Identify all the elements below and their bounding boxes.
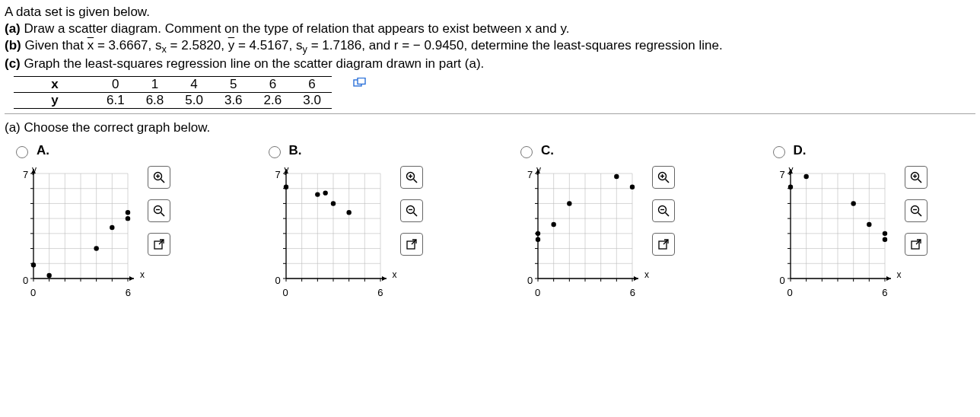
y-tick-min: 0 bbox=[275, 275, 281, 286]
svg-point-37 bbox=[126, 210, 130, 215]
svg-point-35 bbox=[110, 225, 114, 230]
option-B-label: B. bbox=[289, 143, 302, 158]
svg-line-39 bbox=[161, 180, 165, 183]
svg-point-167 bbox=[882, 237, 886, 242]
part-a-label: (a) bbox=[5, 21, 21, 36]
popout-icon[interactable] bbox=[652, 233, 675, 256]
y-axis-label: y bbox=[32, 164, 37, 175]
scatter-plot-A: y x 7 0 0 6 bbox=[12, 166, 142, 295]
row-x-label: x bbox=[14, 77, 96, 93]
copy-cell bbox=[332, 77, 377, 93]
y-tick-min: 0 bbox=[23, 275, 28, 286]
svg-point-80 bbox=[283, 185, 288, 189]
ybar-symbol: y bbox=[228, 38, 235, 53]
x-tick-max: 6 bbox=[126, 287, 131, 298]
svg-point-76 bbox=[315, 193, 320, 197]
scatter-plot-D: y x 7 0 0 6 bbox=[769, 166, 899, 295]
radio-B[interactable] bbox=[269, 146, 281, 158]
copy-icon[interactable] bbox=[353, 78, 367, 93]
option-C-label: C. bbox=[541, 143, 554, 158]
x-tick-max: 6 bbox=[882, 287, 887, 298]
svg-point-124 bbox=[630, 185, 635, 189]
svg-line-43 bbox=[161, 213, 165, 217]
part-a-text: (a) Draw a scatter diagram. Comment on t… bbox=[5, 21, 975, 37]
cell: 0 bbox=[96, 77, 135, 93]
zoom-in-icon[interactable] bbox=[148, 166, 170, 189]
table-row: y 6.1 6.8 5.0 3.6 2.6 3.0 bbox=[14, 93, 377, 109]
sy-val: = 1.7186, and r = − 0.9450, determine th… bbox=[307, 38, 723, 53]
zoom-out-icon[interactable] bbox=[400, 199, 423, 222]
svg-point-33 bbox=[46, 273, 51, 278]
cell: 6 bbox=[253, 77, 293, 93]
row-y-label: y bbox=[14, 93, 96, 109]
y-tick-max: 7 bbox=[275, 169, 281, 180]
radio-C[interactable] bbox=[520, 146, 533, 158]
zoom-in-icon[interactable] bbox=[652, 166, 675, 189]
svg-point-120 bbox=[536, 237, 540, 242]
svg-line-82 bbox=[413, 180, 417, 183]
x-axis-label: x bbox=[393, 269, 397, 280]
part-a-desc: Draw a scatter diagram. Comment on the t… bbox=[24, 21, 570, 36]
zoom-out-icon[interactable] bbox=[905, 199, 928, 222]
part-c-desc: Graph the least-squares regression line … bbox=[24, 56, 485, 71]
part-b-text: (b) Given that x = 3.6667, sx = 2.5820, … bbox=[5, 38, 975, 55]
part-c-label: (c) bbox=[5, 56, 21, 71]
zoom-in-icon[interactable] bbox=[905, 166, 928, 189]
question-a: (a) Choose the correct graph below. bbox=[5, 120, 975, 135]
divider bbox=[5, 113, 975, 114]
cell: 3.6 bbox=[214, 93, 253, 109]
svg-point-165 bbox=[851, 202, 855, 206]
option-C: C. y x 7 0 0 6 bbox=[517, 143, 724, 295]
popout-icon[interactable] bbox=[148, 233, 170, 256]
svg-point-168 bbox=[882, 231, 886, 236]
svg-point-79 bbox=[346, 210, 351, 215]
option-A: A. y x 7 0 0 6 bbox=[12, 143, 219, 295]
zoom-out-icon[interactable] bbox=[148, 199, 170, 222]
part-b-prefix: Given that bbox=[24, 38, 87, 53]
option-A-label: A. bbox=[37, 143, 49, 158]
x-axis-label: x bbox=[644, 269, 649, 280]
cell: 6.1 bbox=[96, 93, 135, 109]
svg-rect-1 bbox=[358, 78, 365, 84]
svg-point-121 bbox=[551, 222, 555, 227]
xbar-symbol: x bbox=[88, 38, 94, 53]
part-b-label: (b) bbox=[5, 38, 21, 53]
y-axis-label: y bbox=[285, 164, 289, 175]
xbar-val: = 3.6667, s bbox=[94, 38, 161, 53]
svg-line-86 bbox=[413, 213, 417, 217]
svg-point-34 bbox=[94, 247, 98, 251]
y-tick-max: 7 bbox=[23, 169, 28, 180]
y-axis-label: y bbox=[789, 164, 794, 175]
svg-point-36 bbox=[126, 216, 130, 221]
cell: 2.6 bbox=[253, 93, 293, 109]
sx-val: = 2.5820, bbox=[167, 38, 228, 53]
svg-point-77 bbox=[323, 191, 327, 196]
zoom-out-icon[interactable] bbox=[652, 199, 675, 222]
zoom-in-icon[interactable] bbox=[400, 166, 423, 189]
x-tick-max: 6 bbox=[630, 287, 635, 298]
popout-icon[interactable] bbox=[905, 233, 928, 256]
x-tick-min: 0 bbox=[30, 287, 36, 298]
y-axis-label: y bbox=[536, 164, 541, 175]
data-table: x 0 1 4 5 6 6 y 6.1 6.8 5.0 3.6 2.6 3.0 bbox=[14, 76, 377, 109]
x-tick-min: 0 bbox=[283, 287, 288, 298]
scatter-plot-B: y x 7 0 0 6 bbox=[265, 166, 394, 295]
cell: 1 bbox=[135, 77, 175, 93]
cell: 3.0 bbox=[292, 93, 332, 109]
cell: 4 bbox=[174, 77, 214, 93]
cell: 5 bbox=[214, 77, 253, 93]
x-axis-label: x bbox=[140, 269, 145, 280]
radio-A[interactable] bbox=[16, 146, 28, 158]
table-row: x 0 1 4 5 6 6 bbox=[14, 77, 377, 93]
radio-D[interactable] bbox=[773, 146, 785, 158]
svg-point-164 bbox=[803, 174, 808, 179]
svg-point-166 bbox=[867, 222, 871, 227]
popout-icon[interactable] bbox=[400, 233, 423, 256]
part-c-text: (c) Graph the least-squares regression l… bbox=[5, 56, 975, 72]
cell: 6.8 bbox=[135, 93, 175, 109]
scatter-plot-C: y x 7 0 0 6 bbox=[517, 166, 646, 295]
y-tick-max: 7 bbox=[780, 169, 785, 180]
x-tick-min: 0 bbox=[535, 287, 540, 298]
y-tick-min: 0 bbox=[527, 275, 533, 286]
svg-line-170 bbox=[918, 180, 921, 183]
